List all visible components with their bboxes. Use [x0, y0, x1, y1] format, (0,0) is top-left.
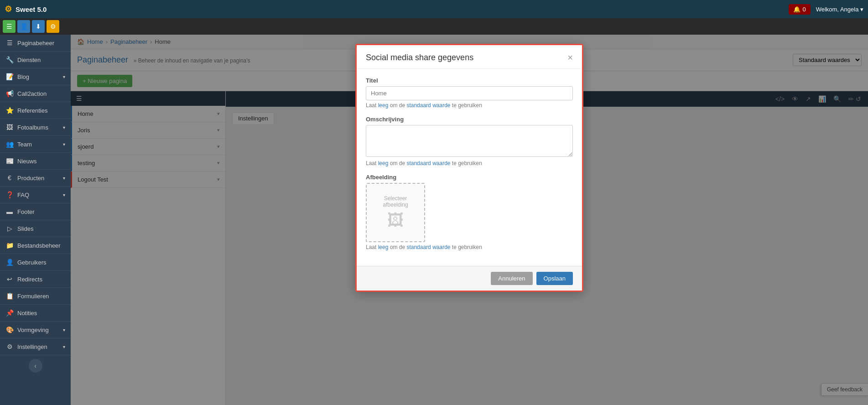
hint-link-1[interactable]: leeg [378, 102, 389, 109]
sidebar-icon-producten: € [5, 174, 14, 182]
topbar: ⚙ Sweet 5.0 🔔 0 Welkom, Angela ▾ [0, 0, 868, 18]
sidebar-label-team: Team [17, 141, 32, 148]
modal-body: Titel Laat leeg om de standaard waarde t… [357, 69, 582, 266]
modal-overlay: Social media share gegevens × Titel Laat… [71, 35, 868, 405]
sidebar-icon-instellingen: ⚙ [5, 343, 14, 350]
user-icon-btn[interactable]: 👤 [17, 20, 30, 33]
hint-link-6[interactable]: standaard waarde [406, 244, 450, 250]
image-selector[interactable]: Selecteerafbeelding 🖼 [366, 183, 425, 242]
sidebar-icon-vormgeving: 🎨 [5, 326, 14, 333]
modal-title: Social media share gegevens [366, 53, 473, 62]
cancel-button[interactable]: Annuleren [491, 272, 532, 285]
sidebar-icon-nieuws: 📰 [5, 157, 14, 165]
sidebar-label-slides: Slides [17, 225, 33, 232]
sidebar-item-redirects[interactable]: ↩ Redirects [0, 271, 71, 288]
menu-icon-btn[interactable]: ☰ [3, 20, 16, 33]
sidebar-icon-team: 👥 [5, 140, 14, 148]
sidebar-item-referenties[interactable]: ⭐ Referenties [0, 102, 71, 119]
sidebar-item-gebruikers[interactable]: 👤 Gebruikers [0, 254, 71, 271]
sidebar-icon-slides: ▷ [5, 225, 14, 232]
label-omschrijving: Omschrijving [366, 116, 573, 123]
hint-link-4[interactable]: standaard waarde [406, 160, 450, 166]
sidebar-icon-footer: ▬ [5, 208, 14, 215]
app-brand: ⚙ Sweet 5.0 [5, 4, 47, 14]
sidebar-label-formulieren: Formulieren [17, 293, 49, 300]
sidebar-icon-bestandsbeheer: 📁 [5, 242, 14, 249]
form-group-omschrijving: Omschrijving Laat leeg om de standaard w… [366, 116, 573, 166]
hint-titel: Laat leeg om de standaard waarde te gebr… [366, 102, 573, 109]
sidebar: ☰ Paginabeheer🔧 Diensten📝 Blog📢 Call2act… [0, 35, 71, 405]
modal-header: Social media share gegevens × [357, 45, 582, 69]
image-select-text: Selecteerafbeelding [383, 195, 408, 208]
sidebar-label-fotoalbums: Fotoalbums [17, 124, 48, 131]
save-button[interactable]: Opslaan [536, 272, 573, 285]
hint-link-2[interactable]: standaard waarde [406, 102, 450, 109]
sidebar-label-producten: Producten [17, 175, 44, 182]
sidebar-icon-call2action: 📢 [5, 90, 14, 97]
sidebar-icon-formulieren: 📋 [5, 292, 14, 300]
sidebar-item-producten[interactable]: € Producten [0, 170, 71, 187]
label-titel: Titel [366, 77, 573, 84]
app-name: Sweet 5.0 [16, 5, 47, 13]
sidebar-item-footer[interactable]: ▬ Footer [0, 203, 71, 220]
app-logo-icon: ⚙ [5, 4, 12, 14]
sidebar-icon-gebruikers: 👤 [5, 259, 14, 266]
sidebar-label-notities: Notities [17, 310, 37, 317]
sidebar-label-blog: Blog [17, 73, 29, 80]
sidebar-item-fotoalbums[interactable]: 🖼 Fotoalbums [0, 119, 71, 136]
sidebar-icon-redirects: ↩ [5, 275, 14, 283]
notif-count: 0 [802, 6, 806, 13]
sidebar-item-blog[interactable]: 📝 Blog [0, 68, 71, 85]
sidebar-label-faq: FAQ [17, 192, 29, 198]
icon-toolbar: ☰ 👤 ⬇ ⚙ [0, 18, 868, 35]
sidebar-icon-referenties: ⭐ [5, 107, 14, 114]
hint-omschrijving: Laat leeg om de standaard waarde te gebr… [366, 160, 573, 166]
sidebar-item-diensten[interactable]: 🔧 Diensten [0, 52, 71, 68]
hint-link-5[interactable]: leeg [378, 244, 389, 250]
sidebar-label-redirects: Redirects [17, 276, 42, 283]
download-icon-btn[interactable]: ⬇ [32, 20, 45, 33]
sidebar-label-gebruikers: Gebruikers [17, 259, 47, 266]
modal-close-button[interactable]: × [567, 52, 573, 63]
sidebar-item-team[interactable]: 👥 Team [0, 136, 71, 153]
sidebar-item-bestandsbeheer[interactable]: 📁 Bestandsbeheer [0, 237, 71, 254]
input-titel[interactable] [366, 86, 573, 100]
sidebar-item-nieuws[interactable]: 📰 Nieuws [0, 153, 71, 170]
settings-icon-btn[interactable]: ⚙ [47, 20, 59, 33]
sidebar-icon-notities: 📌 [5, 309, 14, 317]
sidebar-item-notities[interactable]: 📌 Notities [0, 305, 71, 322]
sidebar-icon-faq: ❓ [5, 191, 14, 198]
sidebar-icon-diensten: 🔧 [5, 56, 14, 63]
sidebar-item-call2action[interactable]: 📢 Call2action [0, 85, 71, 102]
sidebar-item-paginabeheer[interactable]: ☰ Paginabeheer [0, 35, 71, 52]
sidebar-label-instellingen: Instellingen [17, 343, 47, 350]
sidebar-label-referenties: Referenties [17, 107, 47, 114]
sidebar-label-diensten: Diensten [17, 57, 41, 63]
textarea-omschrijving[interactable] [366, 125, 573, 157]
sidebar-label-footer: Footer [17, 208, 35, 215]
sidebar-item-faq[interactable]: ❓ FAQ [0, 187, 71, 203]
sidebar-item-instellingen[interactable]: ⚙ Instellingen [0, 338, 71, 355]
sidebar-icon-blog: 📝 [5, 73, 14, 80]
sidebar-icon-paginabeheer: ☰ [5, 39, 14, 47]
hint-afbeelding: Laat leeg om de standaard waarde te gebr… [366, 244, 573, 250]
notifications-button[interactable]: 🔔 0 [789, 4, 810, 15]
image-placeholder-icon: 🖼 [387, 211, 404, 230]
sidebar-label-paginabeheer: Paginabeheer [17, 40, 54, 47]
modal-dialog: Social media share gegevens × Titel Laat… [355, 44, 583, 292]
hint-link-3[interactable]: leeg [378, 160, 389, 166]
sidebar-label-nieuws: Nieuws [17, 158, 37, 165]
sidebar-item-vormgeving[interactable]: 🎨 Vormgeving [0, 322, 71, 338]
sidebar-icon-fotoalbums: 🖼 [5, 124, 14, 131]
sidebar-item-formulieren[interactable]: 📋 Formulieren [0, 288, 71, 305]
sidebar-item-slides[interactable]: ▷ Slides [0, 220, 71, 237]
sidebar-collapse-btn[interactable]: ‹ [29, 359, 42, 373]
label-afbeelding: Afbeelding [366, 174, 573, 181]
sidebar-label-bestandsbeheer: Bestandsbeheer [17, 242, 61, 249]
modal-footer: Annuleren Opslaan [357, 266, 582, 291]
sidebar-label-call2action: Call2action [17, 90, 47, 97]
welcome-user[interactable]: Welkom, Angela ▾ [816, 6, 863, 13]
form-group-titel: Titel Laat leeg om de standaard waarde t… [366, 77, 573, 109]
form-group-afbeelding: Afbeelding Selecteerafbeelding 🖼 Laat le… [366, 174, 573, 250]
sidebar-label-vormgeving: Vormgeving [17, 327, 49, 333]
